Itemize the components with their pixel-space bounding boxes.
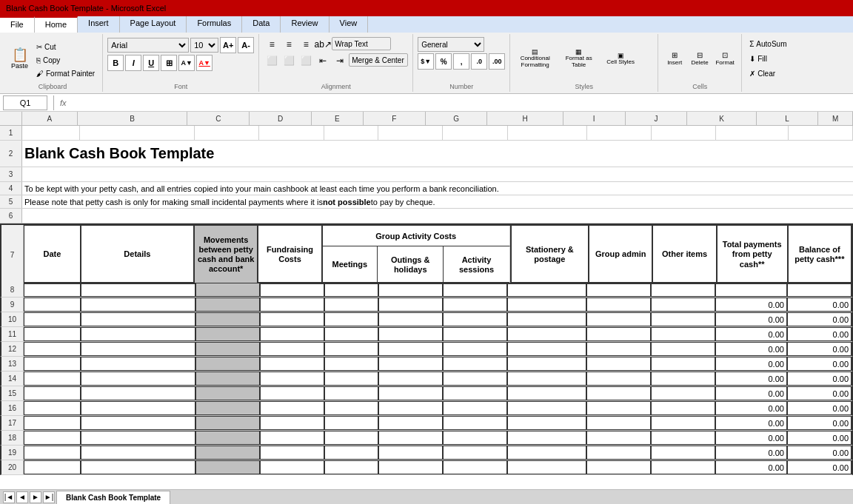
col-header-k[interactable]: K: [687, 112, 756, 125]
data-cell-13-d[interactable]: [260, 357, 324, 371]
data-cell-20-h[interactable]: [507, 460, 586, 474]
data-cell-8-l[interactable]: [787, 283, 852, 297]
data-cell-11-j[interactable]: [651, 327, 715, 341]
data-cell-16-l[interactable]: 0.00: [787, 401, 852, 415]
align-right-btn[interactable]: ⬜: [298, 53, 314, 68]
border-button[interactable]: ⊞: [161, 55, 177, 71]
cell-reference-box[interactable]: [3, 95, 47, 110]
data-cell-19-j[interactable]: [651, 446, 715, 460]
data-cell-9-h[interactable]: [507, 298, 586, 312]
data-cell-18-b[interactable]: [81, 431, 195, 445]
data-cell-10-d[interactable]: [260, 312, 324, 326]
tab-home[interactable]: Home: [35, 16, 78, 33]
data-cell-18-k[interactable]: 0.00: [715, 431, 787, 445]
data-cell-10-j[interactable]: [651, 312, 715, 326]
data-cell-9-a[interactable]: [24, 298, 81, 312]
cell-title[interactable]: Blank Cash Book Template: [22, 141, 615, 167]
data-cell-12-c[interactable]: [195, 342, 260, 356]
data-cell-9-k[interactable]: 0.00: [715, 298, 787, 312]
data-cell-17-h[interactable]: [507, 416, 586, 430]
cell-styles-button[interactable]: ▣ Cell Styles: [602, 37, 639, 80]
data-cell-18-h[interactable]: [507, 431, 586, 445]
data-cell-19-d[interactable]: [260, 446, 324, 460]
angle-text-btn[interactable]: ab↗: [315, 37, 331, 52]
data-cell-15-e[interactable]: [324, 386, 378, 400]
data-cell-16-f[interactable]: [378, 401, 443, 415]
cell-a3[interactable]: [22, 167, 615, 181]
percent-btn[interactable]: %: [435, 53, 452, 70]
data-cell-12-h[interactable]: [507, 342, 586, 356]
tab-formulas[interactable]: Formulas: [187, 16, 242, 33]
data-cell-16-i[interactable]: [586, 401, 651, 415]
data-cell-20-l[interactable]: 0.00: [787, 460, 852, 474]
cell-c1[interactable]: [195, 126, 259, 140]
data-cell-9-j[interactable]: [651, 298, 715, 312]
font-color-button[interactable]: A▼: [196, 55, 213, 71]
data-cell-10-e[interactable]: [324, 312, 378, 326]
data-cell-14-l[interactable]: 0.00: [787, 372, 852, 386]
wrap-text-button[interactable]: Wrap Text: [332, 37, 391, 50]
data-cell-12-l[interactable]: 0.00: [787, 342, 852, 356]
data-cell-19-g[interactable]: [443, 446, 507, 460]
sheet-nav-prev[interactable]: ◄: [16, 491, 28, 503]
cell-a1[interactable]: [22, 126, 80, 140]
cell-a6[interactable]: [22, 209, 689, 223]
data-cell-20-b[interactable]: [81, 460, 195, 474]
underline-button[interactable]: U: [143, 55, 159, 71]
data-cell-16-d[interactable]: [260, 401, 324, 415]
data-cell-20-d[interactable]: [260, 460, 324, 474]
cut-button[interactable]: ✂ Cut: [33, 40, 98, 53]
clear-button[interactable]: ✗ Clear: [746, 67, 791, 80]
data-cell-11-h[interactable]: [507, 327, 586, 341]
align-center-btn[interactable]: ⬜: [281, 53, 297, 68]
data-cell-19-f[interactable]: [378, 446, 443, 460]
cell-e1[interactable]: [324, 126, 378, 140]
data-cell-19-k[interactable]: 0.00: [715, 446, 787, 460]
data-cell-15-f[interactable]: [378, 386, 443, 400]
data-cell-15-k[interactable]: 0.00: [715, 386, 787, 400]
decrease-font-btn[interactable]: A-: [238, 37, 254, 53]
col-header-b[interactable]: B: [78, 112, 188, 125]
data-cell-17-e[interactable]: [324, 416, 378, 430]
data-cell-8-c[interactable]: [195, 283, 260, 297]
data-cell-15-i[interactable]: [586, 386, 651, 400]
data-cell-11-c[interactable]: [195, 327, 260, 341]
col-header-h[interactable]: H: [487, 112, 563, 125]
cell-h1[interactable]: [508, 126, 587, 140]
cell-f1[interactable]: [378, 126, 443, 140]
col-header-f[interactable]: F: [364, 112, 426, 125]
data-cell-12-j[interactable]: [651, 342, 715, 356]
font-size-select[interactable]: 10: [190, 38, 218, 53]
data-cell-18-l[interactable]: 0.00: [787, 431, 852, 445]
data-cell-20-g[interactable]: [443, 460, 507, 474]
data-cell-17-f[interactable]: [378, 416, 443, 430]
data-cell-19-c[interactable]: [195, 446, 260, 460]
data-cell-15-h[interactable]: [507, 386, 586, 400]
copy-button[interactable]: ⎘ Copy: [33, 53, 98, 67]
data-cell-19-h[interactable]: [507, 446, 586, 460]
data-cell-13-k[interactable]: 0.00: [715, 357, 787, 371]
data-cell-17-a[interactable]: [24, 416, 81, 430]
col-header-m[interactable]: M: [818, 112, 853, 125]
data-cell-13-l[interactable]: 0.00: [787, 357, 852, 371]
data-cell-14-i[interactable]: [586, 372, 651, 386]
data-cell-13-i[interactable]: [586, 357, 651, 371]
format-painter-button[interactable]: 🖌 Format Painter: [33, 67, 98, 80]
data-cell-8-f[interactable]: [378, 283, 443, 297]
cell-b1[interactable]: [80, 126, 195, 140]
data-cell-18-i[interactable]: [586, 431, 651, 445]
data-cell-16-j[interactable]: [651, 401, 715, 415]
data-cell-18-f[interactable]: [378, 431, 443, 445]
data-cell-10-a[interactable]: [24, 312, 81, 326]
data-cell-20-i[interactable]: [586, 460, 651, 474]
cell-l1[interactable]: [789, 126, 853, 140]
data-cell-15-c[interactable]: [195, 386, 260, 400]
sheet-nav-first[interactable]: |◄: [3, 491, 15, 503]
data-cell-18-g[interactable]: [443, 431, 507, 445]
data-cell-14-d[interactable]: [260, 372, 324, 386]
data-cell-8-g[interactable]: [443, 283, 507, 297]
data-cell-8-b[interactable]: [81, 283, 195, 297]
sheet-nav-last[interactable]: ►|: [43, 491, 55, 503]
data-cell-20-e[interactable]: [324, 460, 378, 474]
data-cell-17-b[interactable]: [81, 416, 195, 430]
